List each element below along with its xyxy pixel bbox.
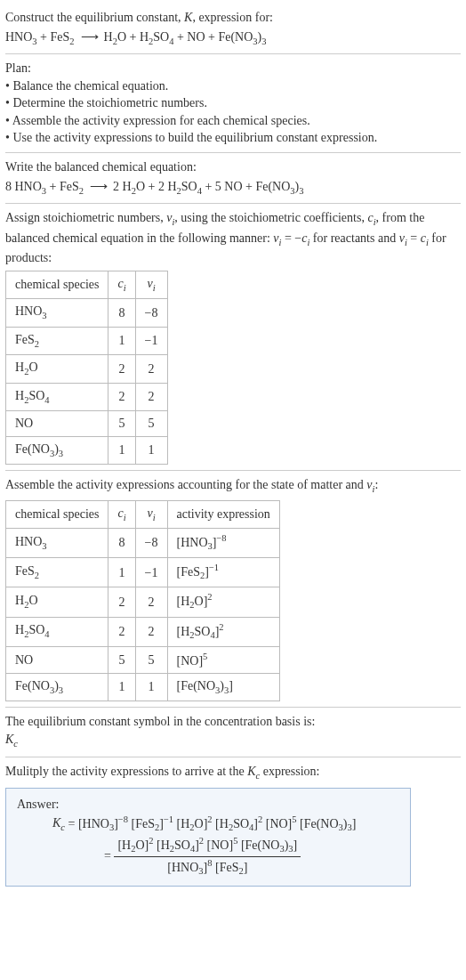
plan-item: • Balance the chemical equation. (5, 77, 461, 95)
balanced-equation: 8 HNO3 + FeS2 ⟶ 2 H2O + 2 H2SO4 + 5 NO +… (5, 178, 461, 198)
final-section: Mulitply the activity expressions to arr… (5, 757, 461, 893)
table-header-row: chemical species ci νi activity expressi… (6, 500, 280, 528)
col-vi: νi (135, 271, 167, 298)
table-row: Fe(NO3)311 (6, 436, 168, 464)
activity-section: Assemble the activity expressions accoun… (5, 471, 461, 708)
table-row: H2O22 (6, 355, 168, 383)
plan-item: • Determine the stoichiometric numbers. (5, 94, 461, 112)
intro-section: Construct the equilibrium constant, K, e… (5, 4, 461, 54)
multiply-intro: Mulitply the activity expressions to arr… (5, 763, 461, 782)
table-row: NO55 (6, 411, 168, 437)
answer-eq1: Kc = [HNO3]−8 [FeS2]−1 [H2O]2 [H2SO4]2 [… (17, 814, 399, 835)
col-species: chemical species (6, 500, 108, 528)
table-row: Fe(NO3)311[Fe(NO3)3] (6, 673, 280, 701)
col-species: chemical species (6, 271, 108, 298)
activity-intro: Assemble the activity expressions accoun… (5, 476, 461, 496)
answer-label: Answer: (17, 796, 399, 814)
stoich-section: Assign stoichiometric numbers, νi, using… (5, 204, 461, 471)
stoich-table: chemical species ci νi HNO38−8 FeS21−1 H… (5, 271, 168, 466)
col-ci: ci (108, 500, 135, 528)
balanced-section: Write the balanced chemical equation: 8 … (5, 153, 461, 204)
table-header-row: chemical species ci νi (6, 271, 168, 298)
kc-symbol: Kc (5, 731, 461, 750)
plan-section: Plan: • Balance the chemical equation. •… (5, 54, 461, 153)
plan-item: • Assemble the activity expression for e… (5, 112, 461, 130)
table-row: H2SO422 (6, 383, 168, 410)
balanced-title: Write the balanced chemical equation: (5, 158, 461, 176)
kc-section: The equilibrium constant symbol in the c… (5, 708, 461, 757)
table-row: HNO38−8 (6, 299, 168, 327)
plan-item: • Use the activity expressions to build … (5, 129, 461, 147)
plan-title: Plan: (5, 60, 461, 77)
table-row: FeS21−1 (6, 327, 168, 354)
col-activity: activity expression (167, 500, 279, 528)
answer-eq2: = [H2O]2 [H2SO4]2 [NO]5 [Fe(NO3)3] [HNO3… (68, 835, 399, 879)
table-row: FeS21−1[FeS2]−1 (6, 558, 280, 587)
table-row: HNO38−8[HNO3]−8 (6, 529, 280, 558)
table-row: H2O22[H2O]2 (6, 587, 280, 617)
table-row: NO55[NO]5 (6, 646, 280, 673)
col-vi: νi (135, 500, 167, 528)
intro-line1: Construct the equilibrium constant, K, e… (5, 9, 461, 27)
intro-equation: HNO3 + FeS2 ⟶ H2O + H2SO4 + NO + Fe(NO3)… (5, 28, 461, 48)
answer-box: Answer: Kc = [HNO3]−8 [FeS2]−1 [H2O]2 [H… (5, 788, 411, 887)
col-ci: ci (108, 271, 135, 298)
stoich-intro: Assign stoichiometric numbers, νi, using… (5, 209, 461, 267)
activity-table: chemical species ci νi activity expressi… (5, 500, 280, 702)
kc-intro: The equilibrium constant symbol in the c… (5, 713, 461, 731)
table-row: H2SO422[H2SO4]2 (6, 617, 280, 646)
